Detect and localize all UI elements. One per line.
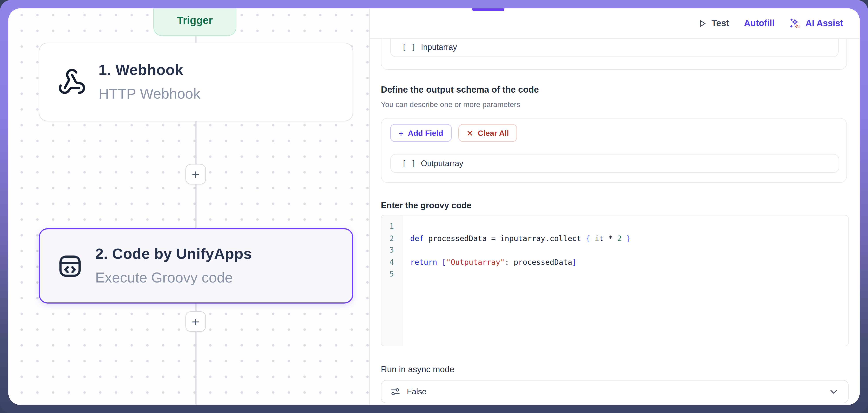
node-webhook[interactable]: 1. Webhook HTTP Webhook	[39, 43, 353, 121]
webhook-icon	[58, 67, 86, 96]
add-step-button[interactable]: +	[186, 164, 206, 184]
add-step-button[interactable]: +	[186, 311, 206, 332]
app-stage: Trigger 1. Webhook HTTP Webhook +	[0, 0, 868, 413]
code-window-icon	[57, 253, 83, 279]
node-title: 2. Code by UnifyApps	[95, 245, 252, 263]
output-schema-container: + Add Field ✕ Clear All [ ] Outputarray	[381, 118, 847, 183]
code-text[interactable]: def processedData = inputarray.collect {…	[403, 215, 848, 346]
svg-text:AI: AI	[796, 25, 800, 28]
output-schema-field[interactable]: [ ] Outputarray	[391, 154, 839, 173]
array-brackets-icon: [ ]	[402, 159, 416, 168]
config-panel: Test Autofill AI AI Assist	[370, 8, 860, 405]
app-window: Trigger 1. Webhook HTTP Webhook +	[8, 8, 860, 405]
groovy-code-editor[interactable]: 12345 def processedData = inputarray.col…	[381, 215, 849, 346]
panel-header: Test Autofill AI AI Assist	[370, 8, 860, 39]
autofill-button[interactable]: Autofill	[744, 19, 775, 28]
groovy-code-label: Enter the groovy code	[381, 201, 471, 210]
chevron-down-icon	[828, 386, 839, 397]
workflow-canvas[interactable]: Trigger 1. Webhook HTTP Webhook +	[8, 8, 370, 405]
sliders-icon	[391, 386, 401, 397]
line-number-gutter: 12345	[381, 215, 403, 346]
ai-assist-button[interactable]: AI AI Assist	[789, 18, 843, 29]
field-name: Outputarray	[421, 159, 463, 168]
clear-all-button[interactable]: ✕ Clear All	[458, 124, 517, 142]
node-subtitle: Execute Groovy code	[95, 269, 252, 287]
async-mode-select[interactable]: False	[381, 380, 849, 403]
input-schema-field[interactable]: [ ] Inputarray	[391, 39, 839, 57]
node-code-by-unifyapps[interactable]: 2. Code by UnifyApps Execute Groovy code	[39, 228, 353, 303]
x-icon: ✕	[466, 129, 473, 137]
plus-icon: +	[192, 315, 199, 328]
play-icon	[698, 19, 707, 28]
panel-content: [ ] Inputarray Define the output schema …	[370, 39, 860, 405]
test-button[interactable]: Test	[698, 19, 729, 28]
async-mode-label: Run in async mode	[381, 364, 454, 375]
input-schema-container: [ ] Inputarray	[381, 39, 847, 70]
node-subtitle: HTTP Webhook	[98, 85, 200, 102]
ai-sparkle-icon: AI	[789, 18, 801, 29]
output-schema-subtitle: You can describe one or more parameters	[381, 100, 520, 109]
trigger-label: Trigger	[154, 14, 236, 27]
selected-value: False	[407, 387, 427, 396]
active-tab-indicator	[472, 8, 504, 11]
output-schema-heading: Define the output schema of the code	[381, 85, 539, 95]
array-brackets-icon: [ ]	[402, 43, 416, 52]
trigger-badge[interactable]: Trigger	[153, 8, 237, 36]
add-field-button[interactable]: + Add Field	[391, 124, 452, 142]
plus-icon: +	[192, 168, 199, 181]
plus-icon: +	[399, 129, 403, 137]
field-name: Inputarray	[421, 43, 457, 52]
node-title: 1. Webhook	[98, 62, 200, 79]
